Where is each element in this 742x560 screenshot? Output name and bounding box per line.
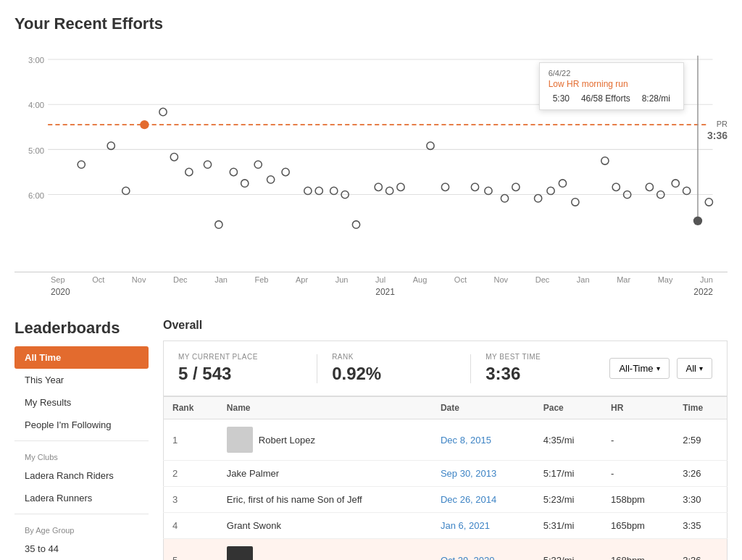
pace-cell: 5:17/mi [535,461,602,487]
rank-cell: 1 [172,435,178,446]
date-link[interactable]: Sep 30, 2013 [441,468,496,479]
svg-point-28 [352,221,359,228]
svg-point-33 [441,183,449,191]
svg-point-35 [485,187,492,194]
date-link[interactable]: Jan 6, 2021 [441,520,490,531]
avatar [227,546,253,560]
svg-point-48 [683,187,691,194]
sidebar-divider-1 [14,440,149,441]
sidebar-item-ladera-ranch-riders[interactable]: Ladera Ranch Riders [14,464,149,487]
x-label-jun2: Jun [700,275,713,284]
sidebar-age-group-label: By Age Group [14,519,149,538]
svg-text:3:00: 3:00 [28,56,44,64]
svg-point-43 [612,183,620,191]
x-label-nov2: Nov [494,275,509,284]
x-label-jun1: Jun [335,275,349,284]
svg-point-42 [601,157,609,164]
col-time: Time [674,397,727,419]
time-cell: 3:36 [674,539,727,561]
filter-time-button[interactable]: All-Time [609,358,669,379]
svg-point-24 [304,187,312,194]
svg-point-13 [140,120,149,129]
sidebar-item-people-following[interactable]: People I'm Following [14,414,149,436]
leaderboard-section: Leaderboards All Time This Year My Resul… [14,319,728,560]
date-link[interactable]: Dec 26, 2014 [441,494,496,505]
tooltip-time: 5:30 [553,93,570,104]
year-2020-label: 2020 [51,287,270,297]
year-2022-label: 2022 [501,287,714,297]
x-label-oct: Oct [92,275,104,284]
time-cell: 3:26 [674,461,727,487]
tooltip-pace: 8:28/mi [642,93,670,104]
sidebar-item-my-results[interactable]: My Results [14,391,149,414]
sidebar-item-ladera-runners[interactable]: Ladera Runners [14,487,149,509]
svg-point-38 [535,195,542,202]
svg-point-26 [330,187,338,194]
svg-text:5:00: 5:00 [28,146,44,154]
svg-point-37 [512,183,520,191]
stat-divider-2 [470,354,471,383]
sidebar-item-all-time[interactable]: All Time [14,346,149,369]
date-link[interactable]: Oct 29, 2020 [441,555,494,560]
sidebar-item-35-44[interactable]: 35 to 44 [14,538,149,560]
svg-point-45 [646,183,653,191]
svg-point-50 [705,198,712,206]
svg-point-18 [215,221,222,228]
svg-point-30 [386,187,393,194]
chart-tooltip: 6/4/22 Low HR morning run 5:30 46/58 Eff… [539,62,684,110]
overall-label: Overall [163,319,728,332]
name-cell: Eric, first of his name Son of Jeff [218,487,432,513]
year-2021-label: 2021 [270,287,501,297]
stats-bar: MY CURRENT PLACE 5 / 543 RANK 0.92% MY B… [163,340,728,396]
chart-section: Your Recent Efforts 6/4/22 Low HR mornin… [14,14,728,297]
main-content: Overall MY CURRENT PLACE 5 / 543 RANK 0.… [149,319,728,560]
sidebar-divider-2 [14,514,149,514]
filter-gender-button[interactable]: All [677,358,712,379]
x-label-feb: Feb [254,275,268,284]
leaderboard-table: Rank Name Date Pace HR Time 1 [163,396,728,560]
hr-cell: - [602,461,674,487]
rank-cell: 5 [172,555,178,560]
pace-cell: 5:32/mi [535,539,602,561]
svg-point-17 [204,161,211,168]
time-cell: 3:30 [674,487,727,513]
rank-cell: 3 [172,494,178,505]
date-link[interactable]: Dec 8, 2015 [441,435,491,446]
svg-point-41 [572,198,579,206]
x-label-nov1: Nov [132,275,146,284]
x-label-oct2: Oct [454,275,467,284]
tooltip-stats: 5:30 46/58 Efforts 8:28/mi [549,92,675,104]
svg-point-11 [107,142,114,149]
tooltip-efforts: 46/58 Efforts [581,93,630,104]
svg-point-29 [375,183,382,191]
table-row: 4 Grant Swonk Jan 6, 2021 5:31/mi 165bpm… [164,513,728,539]
rank-cell: 4 [172,520,178,531]
sidebar-title: Leaderboards [14,319,149,338]
sidebar-clubs-label: My Clubs [14,446,149,464]
stat-best-time: MY BEST TIME 3:36 [485,353,609,384]
hr-cell: 158bpm [602,487,674,513]
name-cell [218,539,432,561]
sidebar-item-this-year[interactable]: This Year [14,369,149,391]
pace-cell: 5:23/mi [535,487,602,513]
svg-point-39 [547,187,554,194]
sidebar: Leaderboards All Time This Year My Resul… [14,319,149,560]
svg-point-19 [230,168,237,175]
col-rank: Rank [164,397,218,419]
svg-point-34 [471,183,478,191]
svg-point-31 [397,183,404,191]
svg-point-22 [267,176,275,183]
table-row-current: 5 Oct 29, 2020 5:32/mi 168bpm 3:36 [164,539,728,561]
time-cell: 3:35 [674,513,727,539]
stat-divider-1 [317,354,317,383]
svg-point-12 [122,187,130,194]
name-cell: Grant Swonk [218,513,432,539]
chart-area: 6/4/22 Low HR morning run 5:30 46/58 Eff… [14,41,728,272]
svg-point-47 [672,180,679,187]
table-row: 1 Robert Lopez Dec 8, 2015 4:35/mi - 2:5… [164,419,728,461]
svg-point-20 [241,180,249,187]
x-label-sep: Sep [51,275,65,284]
filter-group: All-Time All [609,358,712,379]
hr-cell: 165bpm [602,513,674,539]
svg-text:4:00: 4:00 [28,101,44,109]
